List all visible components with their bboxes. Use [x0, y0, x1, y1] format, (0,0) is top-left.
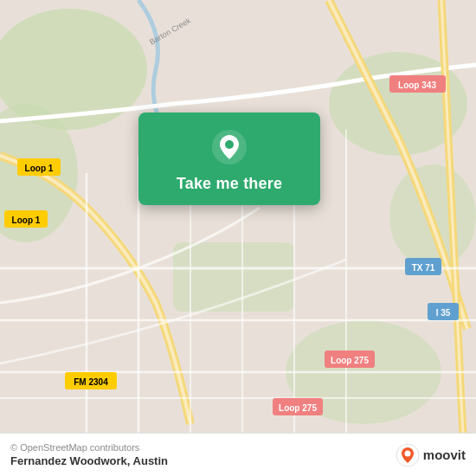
svg-text:Loop 1: Loop 1 — [12, 215, 41, 225]
moovit-logo-icon — [396, 443, 420, 467]
take-me-there-button[interactable]: Take me there — [177, 175, 282, 193]
location-pin-icon — [210, 128, 248, 166]
popup-card[interactable]: Take me there — [138, 113, 320, 205]
svg-text:TX 71: TX 71 — [412, 263, 435, 273]
svg-text:Loop 275: Loop 275 — [331, 356, 369, 365]
svg-point-35 — [225, 140, 234, 149]
moovit-logo-text: moovit — [423, 447, 466, 462]
svg-text:I 35: I 35 — [436, 308, 451, 318]
place-name: Fernandez Woodwork, Austin — [10, 454, 168, 467]
svg-point-37 — [404, 450, 410, 456]
moovit-logo: moovit — [396, 443, 466, 467]
map-background: Loop 1 Loop 1 Loop 343 TX 71 I 35 Loop 2… — [0, 0, 476, 433]
svg-text:FM 2304: FM 2304 — [74, 377, 108, 387]
bottom-bar: © OpenStreetMap contributors Fernandez W… — [0, 433, 476, 476]
svg-text:Loop 1: Loop 1 — [25, 164, 54, 173]
svg-text:Loop 343: Loop 343 — [398, 80, 436, 90]
svg-text:Loop 275: Loop 275 — [279, 403, 317, 413]
map-container: Loop 1 Loop 1 Loop 343 TX 71 I 35 Loop 2… — [0, 0, 476, 433]
copyright-text: © OpenStreetMap contributors — [10, 442, 168, 453]
